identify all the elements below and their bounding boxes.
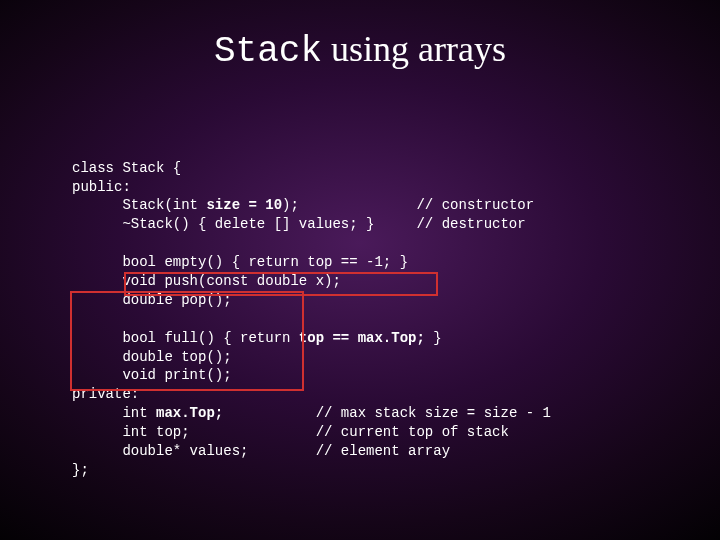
code-bold: size = 10 [206,197,282,213]
code-line: bool full() { return [72,330,299,346]
code-line: // max stack size = size - 1 [223,405,551,421]
code-line: private: [72,386,139,402]
title-rest: using arrays [322,29,506,69]
code-line: public: [72,179,131,195]
title-mono: Stack [214,31,322,72]
code-block: class Stack { public: Stack(int size = 1… [72,102,720,480]
code-line: ~Stack() { delete [] values; } // destru… [72,216,526,232]
code-line: int top; // current top of stack [72,424,509,440]
code-line: ); // constructor [282,197,534,213]
code-bold: max.Top; [156,405,223,421]
code-line: void print(); [72,367,232,383]
code-line: int [72,405,156,421]
code-line: double pop(); [72,292,232,308]
code-bold: top == max.Top; [299,330,425,346]
code-line: Stack(int [72,197,206,213]
code-line: } [425,330,442,346]
code-line: double* values; // element array [72,443,450,459]
code-line: bool empty() { return top == -1; } [72,254,408,270]
code-line: double top(); [72,349,232,365]
slide-title: Stack using arrays [0,0,720,102]
code-line: }; [72,462,89,478]
code-line: class Stack { [72,160,181,176]
code-line: void push(const double x); [72,273,341,289]
